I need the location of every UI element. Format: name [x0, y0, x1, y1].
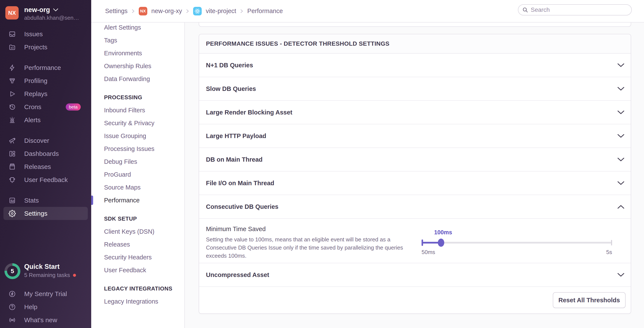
- subnav-item-inbound-filters[interactable]: Inbound Filters: [91, 104, 184, 117]
- accordion-label: N+1 DB Queries: [206, 62, 253, 69]
- sidebar-item-label: Profiling: [24, 77, 47, 84]
- search-input[interactable]: [531, 5, 631, 15]
- accordion-row-slow-db-queries[interactable]: Slow DB Queries: [199, 77, 631, 101]
- dashboard-icon: [8, 150, 16, 157]
- sidebar-item-label: Alerts: [24, 116, 41, 124]
- accordion-row-uncompressed-asset[interactable]: Uncompressed Asset: [199, 263, 631, 287]
- sidebar-item-user-feedback[interactable]: User Feedback: [0, 173, 91, 186]
- slider-min-label: 50ms: [422, 249, 435, 256]
- main-content: PERFORMANCE ISSUES - DETECTOR THRESHOLD …: [185, 23, 644, 328]
- chevron-right-icon: [240, 9, 243, 14]
- subnav-item-security-headers[interactable]: Security Headers: [91, 251, 184, 264]
- org-name: new-org: [24, 6, 50, 14]
- sidebar-item-whats-new[interactable]: What's new: [0, 313, 91, 326]
- sidebar-item-projects[interactable]: Projects: [0, 41, 91, 54]
- quick-start-widget[interactable]: 5 Quick Start 5 Remaining tasks: [0, 262, 91, 280]
- org-switcher[interactable]: NX new-org abdullah.khan@sen…: [0, 0, 91, 26]
- subnav-label: Environments: [104, 50, 142, 57]
- sidebar-item-stats[interactable]: Stats: [0, 194, 91, 207]
- subnav-label: Data Forwarding: [104, 75, 150, 83]
- sidebar-item-profiling[interactable]: Profiling: [0, 74, 91, 87]
- slider-handle[interactable]: [438, 239, 444, 247]
- accordion-row-large-render-blocking-asset[interactable]: Large Render Blocking Asset: [199, 101, 631, 124]
- subnav-item-processing-issues[interactable]: Processing Issues: [91, 142, 184, 155]
- breadcrumb-settings[interactable]: Settings: [105, 8, 128, 15]
- slider-track[interactable]: [422, 242, 612, 244]
- subnav-item-tags[interactable]: Tags: [91, 34, 184, 47]
- reset-all-thresholds-button[interactable]: Reset All Thresholds: [553, 292, 626, 308]
- subnav-item-security-privacy[interactable]: Security & Privacy: [91, 117, 184, 129]
- issues-icon: [8, 31, 16, 38]
- subnav-item-performance[interactable]: Performance: [91, 194, 184, 207]
- play-icon: [8, 90, 16, 98]
- accordion-label: DB on Main Thread: [206, 156, 262, 163]
- accordion-row-large-http-payload[interactable]: Large HTTP Payload: [199, 124, 631, 148]
- previous-panel-edge: [199, 23, 631, 27]
- chevron-down-icon: [618, 134, 624, 138]
- sidebar-item-label: Crons: [24, 103, 41, 111]
- sidebar-item-settings[interactable]: Settings: [4, 207, 88, 220]
- breadcrumb-org[interactable]: new-org-xy: [151, 8, 182, 15]
- subnav-item-environments[interactable]: Environments: [91, 47, 184, 60]
- subnav-label: Issue Grouping: [104, 132, 146, 139]
- sidebar-item-performance[interactable]: Performance: [0, 61, 91, 74]
- subnav-item-client-keys[interactable]: Client Keys (DSN): [91, 225, 184, 238]
- subnav-item-releases[interactable]: Releases: [91, 238, 184, 251]
- sidebar-item-label: Releases: [24, 163, 51, 171]
- sidebar-item-label: User Feedback: [24, 176, 68, 184]
- breadcrumb-project[interactable]: vite-project: [206, 8, 236, 15]
- sidebar-item-label: Help: [24, 303, 38, 311]
- subnav-item-legacy-integrations[interactable]: Legacy Integrations: [91, 295, 184, 308]
- accordion-label: File I/O on Main Thread: [206, 180, 274, 187]
- subnav-item-proguard[interactable]: ProGuard: [91, 168, 184, 181]
- detector-threshold-panel: PERFORMANCE ISSUES - DETECTOR THRESHOLD …: [199, 34, 631, 314]
- subnav-item-ownership-rules[interactable]: Ownership Rules: [91, 60, 184, 72]
- sidebar-item-discover[interactable]: Discover: [0, 134, 91, 147]
- sidebar-item-label: My Sentry Trial: [24, 290, 67, 297]
- sidebar-item-issues[interactable]: Issues: [0, 28, 91, 41]
- subnav-section-sdk-setup: SDK SETUP: [91, 212, 184, 225]
- subnav-item-user-feedback[interactable]: User Feedback: [91, 264, 184, 277]
- chevron-down-icon: [618, 87, 624, 91]
- sidebar-item-replays[interactable]: Replays: [0, 87, 91, 100]
- subnav-label: Source Maps: [104, 184, 141, 191]
- threshold-slider: 100ms 50ms 5s: [422, 228, 612, 260]
- sidebar-footer: My Sentry Trial Help What's new: [0, 287, 91, 326]
- sidebar-item-label: Settings: [24, 210, 47, 217]
- subnav-item-alert-settings[interactable]: Alert Settings: [91, 23, 184, 34]
- subnav-item-data-forwarding[interactable]: Data Forwarding: [91, 72, 184, 85]
- consecutive-db-queries-settings: Minimum Time Saved Setting the value to …: [199, 219, 631, 263]
- subnav-label: Legacy Integrations: [104, 298, 158, 305]
- accordion-row-n1-db-queries[interactable]: N+1 DB Queries: [199, 54, 631, 77]
- accordion-row-consecutive-db-queries[interactable]: Consecutive DB Queries: [199, 195, 631, 219]
- subnav-label: User Feedback: [104, 267, 146, 274]
- accordion-label: Consecutive DB Queries: [206, 203, 278, 210]
- clock-icon: [8, 103, 16, 111]
- subnav-label: Releases: [104, 241, 130, 248]
- chevron-down-icon: [618, 110, 624, 114]
- search-box[interactable]: [518, 4, 632, 16]
- sidebar-item-my-sentry-trial[interactable]: My Sentry Trial: [0, 287, 91, 300]
- sidebar-item-crons[interactable]: Crons beta: [0, 100, 91, 113]
- active-nav-indicator: [91, 196, 93, 205]
- accordion-row-db-on-main-thread[interactable]: DB on Main Thread: [199, 148, 631, 172]
- sidebar-item-dashboards[interactable]: Dashboards: [0, 147, 91, 160]
- chevron-right-icon: [132, 9, 135, 14]
- trial-lightning-icon: [8, 290, 16, 297]
- chevron-down-icon: [618, 63, 624, 67]
- breadcrumb-page: Performance: [247, 8, 283, 15]
- help-icon: [8, 303, 16, 311]
- subnav-label: Ownership Rules: [104, 63, 151, 70]
- subnav-label: Processing Issues: [104, 145, 154, 152]
- sidebar-item-label: Stats: [24, 197, 39, 204]
- sidebar-item-alerts[interactable]: Alerts: [0, 113, 91, 126]
- beta-badge: beta: [66, 103, 81, 110]
- subnav-item-source-maps[interactable]: Source Maps: [91, 181, 184, 194]
- quick-start-progress-ring: 5: [4, 263, 20, 279]
- slider-end-cap: [611, 240, 612, 245]
- sidebar-item-releases[interactable]: Releases: [0, 160, 91, 173]
- subnav-item-debug-files[interactable]: Debug Files: [91, 155, 184, 168]
- sidebar-item-help[interactable]: Help: [0, 300, 91, 313]
- accordion-row-file-io-on-main-thread[interactable]: File I/O on Main Thread: [199, 172, 631, 195]
- subnav-item-issue-grouping[interactable]: Issue Grouping: [91, 129, 184, 142]
